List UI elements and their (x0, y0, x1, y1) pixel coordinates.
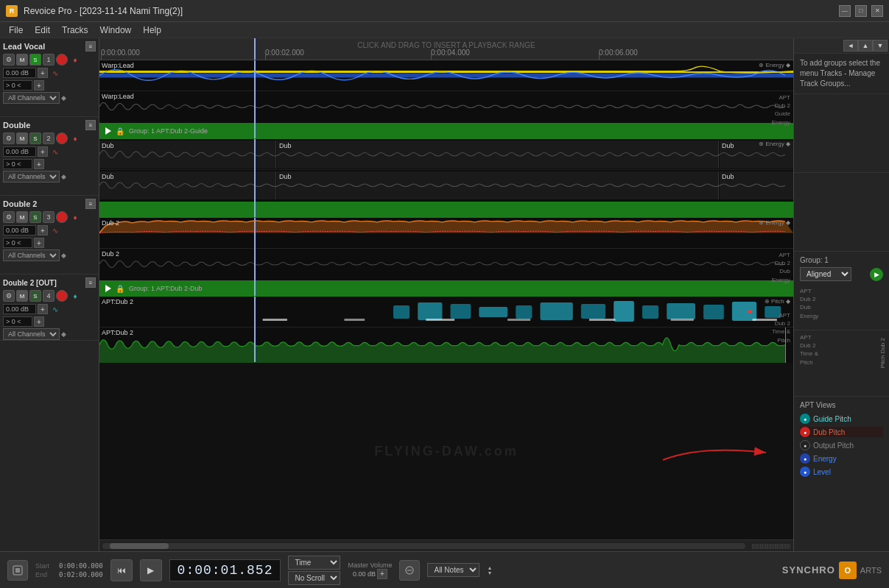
apt-view-guide-pitch[interactable]: ● Guide Pitch (800, 414, 883, 424)
track-4-vol-plus[interactable]: + (38, 304, 48, 314)
track-3-waveform-btn[interactable]: ∿ (49, 224, 61, 236)
track-4-monitor[interactable]: ♦ (69, 290, 81, 302)
track-1-monitor[interactable]: ♦ (69, 54, 81, 65)
master-vol-plus[interactable]: + (377, 569, 387, 579)
track-1-pan-plus[interactable]: + (34, 80, 44, 91)
track-settings-1[interactable]: ≡ (85, 41, 96, 52)
apt-view-output-pitch[interactable]: ● Output Pitch (800, 440, 883, 450)
track-timeline-1[interactable]: Warp:Lead ⊕ Energy ◆ Warp:Lead (99, 60, 793, 139)
track-1-mute[interactable]: M (16, 54, 28, 65)
notes-down-btn[interactable]: ▼ (487, 570, 492, 575)
track-3-record[interactable] (56, 211, 68, 223)
right-spacer-2 (794, 173, 889, 252)
watermark: FLYING-DAW.com (374, 444, 518, 459)
track-4-pan-plus[interactable]: + (34, 316, 44, 327)
track-3-pan: > 0 < (3, 238, 32, 248)
guide-pitch-icon: ● (800, 414, 810, 424)
apt-view-energy[interactable]: ● Energy (800, 453, 883, 464)
track-4-mute[interactable]: M (16, 290, 28, 302)
track-1-waveform-btn[interactable]: ∿ (49, 67, 61, 79)
track-control-2: Double ≡ ⚙ M S 2 ♦ 0.00 dB + ∿ > 0 < + (0, 117, 99, 196)
scrollbar-area[interactable]: ||||||||||||||||||||||||||||| (99, 539, 793, 551)
transport-extra-btn[interactable] (399, 560, 420, 581)
menu-file[interactable]: File (3, 24, 29, 37)
track-1-pan: > 0 < (3, 80, 32, 91)
svg-rect-13 (732, 302, 756, 321)
transport-rewind-btn[interactable]: ⏮ (110, 559, 133, 581)
track-2-gear[interactable]: ⚙ (3, 132, 15, 144)
track-4-gear[interactable]: ⚙ (3, 290, 15, 302)
track-4-volume: 0.00 dB (3, 304, 36, 314)
ruler[interactable]: CLICK AND DRAG TO INSERT A PLAYBACK RANG… (99, 38, 793, 60)
svg-rect-25 (15, 568, 20, 573)
track-1-group-label: Group: 1 APT:Dub 2-Guide (129, 127, 208, 135)
track-2-mute[interactable]: M (16, 132, 28, 144)
scrollbar-track[interactable] (102, 543, 745, 549)
end-label: End (35, 571, 56, 578)
time-mode-select[interactable]: Time (288, 556, 340, 570)
track-timeline-3[interactable]: Dub 2 ⊕ Energy ◆ Dub 2 🔒 (99, 218, 793, 297)
track-2-channels[interactable]: All Channels (3, 171, 60, 183)
track-3-play-icon[interactable] (105, 285, 111, 292)
transport-loop-btn[interactable] (7, 560, 28, 581)
track-control-4: Double 2 [OUT] ≡ ⚙ M S 4 ♦ 0.00 dB + ∿ >… (0, 274, 99, 341)
track-4-record[interactable] (56, 290, 68, 302)
menu-edit[interactable]: Edit (29, 24, 56, 37)
track-settings-3[interactable]: ≡ (85, 199, 96, 209)
track-1-solo[interactable]: S (29, 54, 41, 65)
nav-up-btn[interactable]: ▲ (858, 40, 873, 52)
track-3-mute[interactable]: M (16, 211, 28, 223)
track-1-channels[interactable]: All Channels (3, 92, 60, 104)
track-2-vol-plus[interactable]: + (38, 146, 48, 157)
aligned-select[interactable]: Aligned (800, 267, 851, 281)
track-3-gear[interactable]: ⚙ (3, 211, 15, 223)
menu-window[interactable]: Window (94, 24, 138, 37)
maximize-button[interactable]: □ (855, 5, 867, 17)
right-panel: ◄ ▲ ▼ To add groups select the menu Trac… (793, 38, 889, 551)
track-1-record[interactable] (56, 54, 68, 65)
track-2-monitor[interactable]: ♦ (69, 132, 81, 144)
play-group-btn[interactable]: ▶ (870, 268, 883, 281)
transport-play-btn[interactable]: ▶ (140, 559, 162, 581)
nav-left-btn[interactable]: ◄ (843, 40, 858, 52)
track-2-waveform-btn[interactable]: ∿ (49, 146, 61, 157)
track-4-solo[interactable]: S (29, 290, 41, 302)
group-apt-labels: APTDub 2DubEnergy (800, 287, 883, 320)
track-4-waveform-btn[interactable]: ∿ (49, 303, 61, 315)
scrollbar-thumb[interactable] (110, 543, 169, 549)
apt-view-dub-pitch[interactable]: ● Dub Pitch (800, 427, 883, 437)
apt-view-level[interactable]: ● Level (800, 467, 883, 477)
track-4-pitch-label: ⊕ Pitch ◆ (765, 298, 790, 305)
track-1-vol-plus[interactable]: + (38, 68, 48, 78)
track-4-channels[interactable]: All Channels (3, 328, 60, 340)
track-3-pan-plus[interactable]: + (34, 238, 44, 248)
track-1-gear[interactable]: ⚙ (3, 54, 15, 65)
dub-pitch-icon: ● (800, 427, 810, 437)
menu-tracks[interactable]: Tracks (56, 24, 94, 37)
track-3-vol-plus[interactable]: + (38, 225, 48, 235)
track-timeline-4[interactable]: APT:Dub 2 (99, 297, 793, 363)
playhead (254, 38, 256, 60)
all-notes-select[interactable]: All Notes (427, 563, 479, 577)
track-settings-4[interactable]: ≡ (85, 277, 96, 288)
track-1-play-icon[interactable] (105, 127, 111, 135)
track-3-monitor[interactable]: ♦ (69, 211, 81, 223)
track-2-solo[interactable]: S (29, 132, 41, 144)
track-2-record[interactable] (56, 132, 68, 144)
track-2-pan-plus[interactable]: + (34, 159, 44, 169)
minimize-button[interactable]: — (839, 5, 851, 17)
nav-down-btn[interactable]: ▼ (873, 40, 888, 52)
menu-help[interactable]: Help (137, 24, 167, 37)
notes-up-btn[interactable]: ▲ (487, 565, 492, 570)
track-timeline-2[interactable]: Dub Dub Dub ⊕ Energy ◆ Dub Dub (99, 139, 793, 218)
scroll-mode-select[interactable]: No Scroll (288, 571, 340, 585)
level-label: Level (813, 468, 831, 476)
close-button[interactable]: ✕ (871, 5, 883, 17)
track-3-solo[interactable]: S (29, 211, 41, 223)
synchro-text: SYNCHRO (782, 564, 835, 575)
notes-updown[interactable]: ▲ ▼ (487, 565, 492, 575)
track-3-channels[interactable]: All Channels (3, 249, 60, 261)
track-1-energy-label: ⊕ Energy ◆ (759, 62, 790, 68)
track-settings-2[interactable]: ≡ (85, 120, 96, 130)
track-name-2: Double (3, 121, 30, 130)
